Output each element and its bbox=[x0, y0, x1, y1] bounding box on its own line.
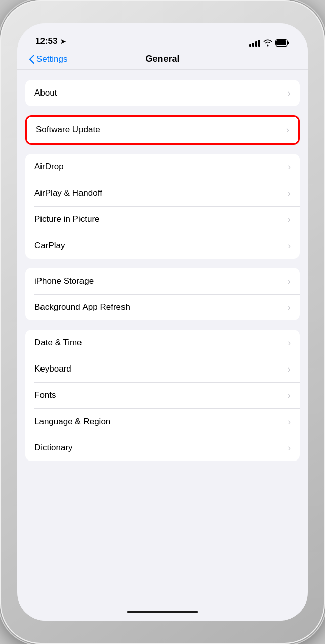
chevron-icon: › bbox=[288, 214, 291, 225]
settings-group-software-update: Software Update › bbox=[25, 115, 300, 145]
signal-bars-icon bbox=[249, 39, 260, 47]
back-chevron-icon bbox=[29, 55, 34, 64]
chevron-icon: › bbox=[288, 364, 291, 375]
settings-row-picture-in-picture[interactable]: Picture in Picture › bbox=[25, 206, 300, 233]
settings-row-language-region[interactable]: Language & Region › bbox=[25, 408, 300, 435]
chevron-icon: › bbox=[288, 417, 291, 427]
chevron-icon: › bbox=[288, 302, 291, 313]
location-icon: ➤ bbox=[60, 38, 66, 45]
settings-row-software-update[interactable]: Software Update › bbox=[27, 117, 298, 143]
settings-group-4: Date & Time › Keyboard › Fonts › Languag… bbox=[25, 330, 300, 461]
chevron-icon: › bbox=[288, 88, 291, 99]
status-bar: 12:53 ➤ bbox=[17, 23, 308, 51]
bar2 bbox=[252, 43, 254, 47]
chevron-icon: › bbox=[288, 188, 291, 199]
nav-bar: Settings General bbox=[17, 51, 308, 70]
chevron-icon: › bbox=[288, 390, 291, 401]
phone-outer: 12:53 ➤ bbox=[0, 0, 325, 644]
back-label: Settings bbox=[36, 54, 67, 64]
chevron-icon: › bbox=[286, 125, 289, 135]
phone-screen: 12:53 ➤ bbox=[17, 23, 308, 621]
status-icons bbox=[249, 39, 290, 47]
settings-content: About › Software Update › AirDrop › AirP… bbox=[17, 70, 308, 603]
settings-row-airplay-handoff[interactable]: AirPlay & Handoff › bbox=[25, 180, 300, 206]
chevron-icon: › bbox=[288, 162, 291, 172]
chevron-icon: › bbox=[288, 241, 291, 251]
page-title: General bbox=[145, 54, 179, 64]
chevron-icon: › bbox=[288, 276, 291, 287]
status-time: 12:53 ➤ bbox=[35, 36, 66, 47]
settings-row-dictionary[interactable]: Dictionary › bbox=[25, 435, 300, 461]
home-bar bbox=[127, 611, 198, 613]
settings-row-carplay[interactable]: CarPlay › bbox=[25, 233, 300, 259]
time-display: 12:53 bbox=[35, 36, 57, 47]
wifi-icon bbox=[263, 39, 272, 47]
settings-row-fonts[interactable]: Fonts › bbox=[25, 382, 300, 408]
back-button[interactable]: Settings bbox=[29, 54, 67, 64]
settings-group-3: iPhone Storage › Background App Refresh … bbox=[25, 268, 300, 320]
home-indicator bbox=[17, 603, 308, 621]
settings-row-iphone-storage[interactable]: iPhone Storage › bbox=[25, 268, 300, 294]
settings-group-1: About › bbox=[25, 80, 300, 106]
settings-row-date-time[interactable]: Date & Time › bbox=[25, 330, 300, 356]
bar4 bbox=[258, 40, 260, 47]
svg-rect-1 bbox=[276, 40, 286, 45]
settings-group-2: AirDrop › AirPlay & Handoff › Picture in… bbox=[25, 154, 300, 259]
bar1 bbox=[249, 44, 251, 47]
settings-row-background-app-refresh[interactable]: Background App Refresh › bbox=[25, 294, 300, 320]
chevron-icon: › bbox=[288, 338, 291, 348]
bar3 bbox=[255, 41, 257, 47]
chevron-icon: › bbox=[288, 443, 291, 453]
settings-row-keyboard[interactable]: Keyboard › bbox=[25, 356, 300, 382]
settings-row-airdrop[interactable]: AirDrop › bbox=[25, 154, 300, 180]
settings-row-about[interactable]: About › bbox=[25, 80, 300, 106]
battery-icon bbox=[275, 39, 290, 47]
